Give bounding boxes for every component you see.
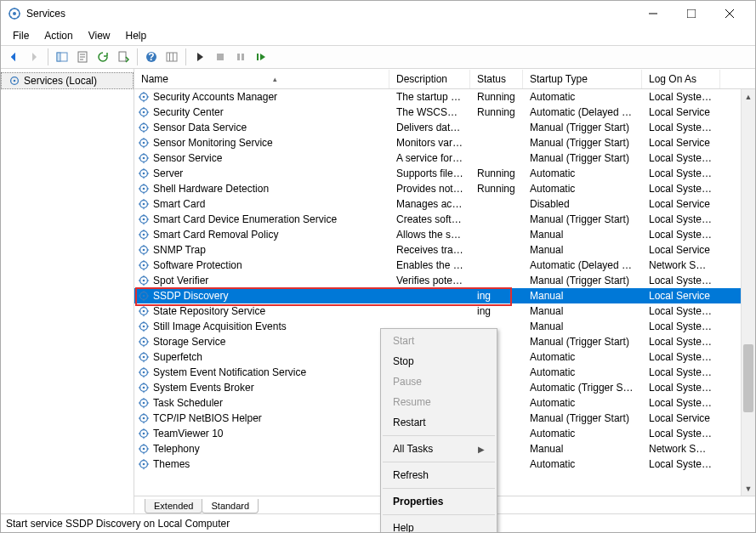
pause-service-button[interactable] xyxy=(231,48,250,66)
context-separator xyxy=(383,435,495,436)
table-row[interactable]: Sensor ServiceA service for se…Manual (T… xyxy=(134,150,755,166)
svg-point-27 xyxy=(143,157,145,160)
services-app-icon xyxy=(8,7,21,20)
svg-rect-2 xyxy=(687,9,696,18)
table-row[interactable]: Shell Hardware DetectionProvides notifi…… xyxy=(134,181,755,196)
table-row[interactable]: ServerSupports file, p…RunningAutomaticL… xyxy=(134,166,755,181)
show-hide-tree-button[interactable] xyxy=(53,48,71,66)
svg-point-53 xyxy=(143,356,145,359)
table-row[interactable]: Smart CardManages acces…DisabledLocal Se… xyxy=(134,196,755,212)
cell-description: Manages acces… xyxy=(389,198,470,210)
cell-name: Smart Card Removal Policy xyxy=(134,229,389,241)
table-row[interactable]: Smart Card Device Enumeration ServiceCre… xyxy=(134,212,755,227)
cell-startup: Manual (Trigger Start) xyxy=(523,137,642,149)
column-name[interactable]: Name▴ xyxy=(134,70,389,88)
cell-logon: Network S… xyxy=(642,259,720,271)
menu-view[interactable]: View xyxy=(82,28,117,43)
close-button[interactable] xyxy=(710,2,748,26)
service-gear-icon xyxy=(138,458,150,470)
table-row[interactable]: Security Accounts ManagerThe startup of … xyxy=(134,89,755,105)
cell-name: Software Protection xyxy=(134,259,389,271)
start-service-button[interactable] xyxy=(190,48,209,66)
cell-startup: Manual xyxy=(523,320,642,332)
cell-status: Running xyxy=(470,106,523,118)
cell-description: Supports file, p… xyxy=(389,167,470,179)
table-row[interactable]: Spot VerifierVerifies potenti…Manual (Tr… xyxy=(134,273,755,288)
statusbar: Start service SSDP Discovery on Local Co… xyxy=(1,513,755,532)
table-row[interactable]: Security CenterThe WSCSVC (…RunningAutom… xyxy=(134,105,755,120)
context-separator xyxy=(383,462,495,462)
minimize-button[interactable] xyxy=(634,2,672,26)
context-properties[interactable]: Properties xyxy=(381,491,497,512)
context-refresh[interactable]: Refresh xyxy=(381,465,497,485)
scroll-up-arrow[interactable]: ▲ xyxy=(742,89,755,104)
cell-startup: Automatic xyxy=(523,397,642,409)
scroll-thumb[interactable] xyxy=(743,344,753,412)
table-row[interactable]: Smart Card Removal PolicyAllows the syst… xyxy=(134,227,755,242)
cell-logon: Local Syste… xyxy=(642,351,720,363)
stop-service-button[interactable] xyxy=(211,48,230,66)
service-name-text: Software Protection xyxy=(153,259,242,271)
properties-button[interactable] xyxy=(73,48,92,66)
svg-rect-14 xyxy=(242,54,244,60)
table-row[interactable]: SNMP TrapReceives trap …ManualLocal Serv… xyxy=(134,242,755,258)
refresh-button[interactable] xyxy=(94,48,112,66)
tab-standard[interactable]: Standard xyxy=(202,499,259,513)
export-list-button[interactable] xyxy=(114,48,133,66)
cell-description: Monitors vario… xyxy=(389,137,470,149)
cell-name: Shell Hardware Detection xyxy=(134,183,389,195)
svg-point-35 xyxy=(143,218,145,221)
tab-extended[interactable]: Extended xyxy=(145,499,202,513)
cell-logon: Local Syste… xyxy=(642,320,720,332)
forward-button[interactable] xyxy=(25,48,43,66)
context-all-tasks[interactable]: All Tasks▶ xyxy=(381,439,497,459)
svg-point-51 xyxy=(143,341,145,343)
svg-point-55 xyxy=(143,371,145,374)
context-stop[interactable]: Stop xyxy=(381,351,497,371)
cell-status: Running xyxy=(470,183,523,195)
toolbar-button[interactable] xyxy=(162,48,181,66)
menu-help[interactable]: Help xyxy=(119,28,154,43)
service-gear-icon xyxy=(138,443,150,455)
scroll-down-arrow[interactable]: ▼ xyxy=(742,481,755,496)
service-gear-icon xyxy=(138,305,150,317)
column-startup-type[interactable]: Startup Type xyxy=(523,70,642,88)
maximize-button[interactable] xyxy=(672,2,710,26)
column-status[interactable]: Status xyxy=(470,70,523,88)
column-description[interactable]: Description xyxy=(389,70,470,88)
vertical-scrollbar[interactable]: ▲ ▼ xyxy=(741,89,755,496)
service-gear-icon xyxy=(138,412,150,424)
cell-name: Sensor Monitoring Service xyxy=(134,137,389,149)
cell-startup: Manual xyxy=(523,305,642,317)
cell-name: State Repository Service xyxy=(134,305,389,317)
table-row[interactable]: Sensor Monitoring ServiceMonitors vario…… xyxy=(134,135,755,150)
tree-item-services-local[interactable]: Services (Local) xyxy=(1,72,134,89)
table-row[interactable]: SSDP DiscoveryingManualLocal Service xyxy=(134,288,755,303)
svg-point-23 xyxy=(143,127,145,129)
svg-point-47 xyxy=(143,310,145,313)
context-restart[interactable]: Restart xyxy=(381,412,497,433)
table-row[interactable]: Sensor Data ServiceDelivers data fr…Manu… xyxy=(134,120,755,135)
cell-description: The WSCSVC (… xyxy=(389,106,470,118)
context-help[interactable]: Help xyxy=(381,518,497,533)
service-name-text: State Repository Service xyxy=(153,305,265,317)
menu-action[interactable]: Action xyxy=(37,28,79,43)
table-row[interactable]: Software ProtectionEnables the do…Automa… xyxy=(134,258,755,273)
menu-file[interactable]: File xyxy=(6,28,36,43)
service-name-text: SNMP Trap xyxy=(153,244,206,256)
restart-service-button[interactable] xyxy=(252,48,270,66)
cell-startup: Manual (Trigger Start) xyxy=(523,275,642,286)
service-gear-icon xyxy=(138,428,150,439)
table-row[interactable]: State Repository ServiceingManualLocal S… xyxy=(134,303,755,319)
cell-logon: Network S… xyxy=(642,443,720,455)
column-headers: Name▴ Description Status Startup Type Lo… xyxy=(134,69,755,89)
cell-logon: Local Syste… xyxy=(642,397,720,409)
column-log-on-as[interactable]: Log On As xyxy=(642,70,720,88)
back-button[interactable] xyxy=(4,48,23,66)
cell-logon: Local Syste… xyxy=(642,152,720,164)
cell-startup: Manual xyxy=(523,290,642,302)
cell-startup: Manual xyxy=(523,229,642,241)
cell-startup: Automatic (Delayed … xyxy=(523,106,642,118)
cell-status: ing xyxy=(470,305,523,317)
help-button[interactable]: ? xyxy=(142,48,161,66)
